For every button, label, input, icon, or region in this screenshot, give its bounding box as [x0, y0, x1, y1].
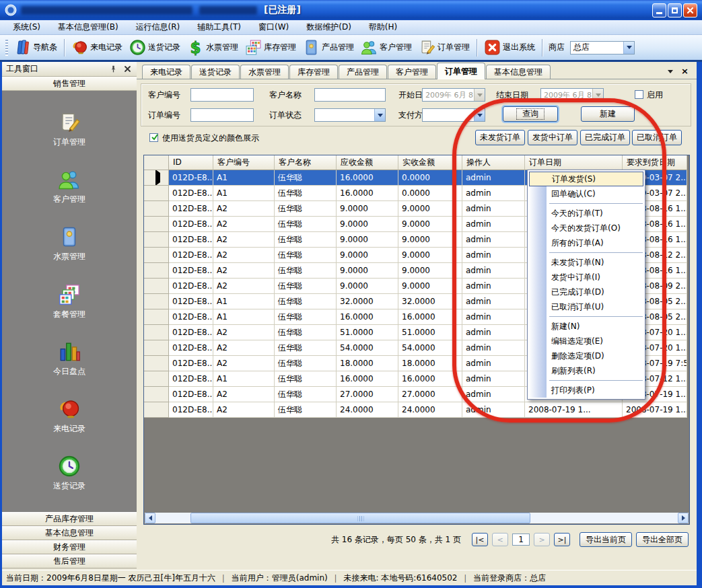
filter-button-已完成订单[interactable]: 已完成订单: [580, 130, 630, 145]
context-menu-item-已取消订单(U)[interactable]: 已取消订单(U): [529, 299, 643, 314]
menu-item[interactable]: 辅助工具(T): [188, 20, 250, 34]
sidebar-item-订单管理[interactable]: 订单管理: [53, 111, 85, 148]
sidebar-item-水票管理[interactable]: 水票管理: [53, 225, 85, 262]
chevron-down-icon[interactable]: [668, 70, 673, 73]
scroll-right-button[interactable]: [678, 513, 689, 523]
sidebar-item-客户管理[interactable]: 客户管理: [53, 168, 85, 205]
column-header-订单日期[interactable]: 订单日期: [525, 155, 623, 170]
column-header-ID[interactable]: ID: [169, 155, 213, 170]
sidebar-section-财务管理[interactable]: 财务管理: [2, 540, 137, 554]
menu-item[interactable]: 基本信息管理(B): [49, 20, 127, 34]
tab-水票管理[interactable]: 水票管理: [240, 65, 289, 79]
context-menu-item-打印列表(P)[interactable]: 打印列表(P): [529, 383, 643, 398]
pay-method-select[interactable]: [422, 108, 485, 122]
sidebar-item-套餐管理[interactable]: 套餐管理: [53, 283, 85, 320]
filter-button-未发货订单[interactable]: 未发货订单: [475, 130, 525, 145]
row-selector[interactable]: [144, 387, 169, 402]
column-header-操作人[interactable]: 操作人: [462, 155, 525, 170]
sidebar-item-来电记录[interactable]: 来电记录: [53, 398, 85, 435]
prev-page-button[interactable]: <: [492, 533, 508, 546]
context-menu-item-所有的订单(A)[interactable]: 所有的订单(A): [529, 235, 643, 250]
row-selector[interactable]: [144, 371, 169, 387]
tab-来电记录[interactable]: 来电记录: [142, 65, 190, 79]
row-selector[interactable]: [144, 325, 169, 340]
scroll-left-button[interactable]: [145, 513, 155, 523]
toolbar-button-7[interactable]: 客户管理: [357, 38, 415, 57]
menu-item[interactable]: 运行信息(R): [127, 20, 189, 34]
toolbar-button-1[interactable]: 导航条: [11, 38, 61, 57]
menu-item[interactable]: 帮助(H): [360, 20, 406, 34]
toolbar-button-8[interactable]: 订单管理: [415, 38, 473, 57]
tab-基本信息管理[interactable]: 基本信息管理: [486, 65, 551, 79]
context-menu-item-订单发货(S)[interactable]: 订单发货(S): [529, 172, 643, 186]
scroll-thumb[interactable]: [190, 513, 530, 523]
minimize-button[interactable]: [652, 3, 666, 17]
menu-item[interactable]: 窗口(W): [250, 20, 297, 34]
export-all-button[interactable]: 导出全部页: [636, 532, 689, 547]
close-icon[interactable]: [122, 64, 133, 74]
order-status-select[interactable]: [314, 108, 386, 122]
start-date-picker[interactable]: 2009年 6月 8日: [422, 88, 485, 102]
end-date-picker[interactable]: 2009年 6月 8日: [540, 88, 604, 102]
column-header-客户编号[interactable]: 客户编号: [213, 155, 275, 170]
tab-客户管理[interactable]: 客户管理: [388, 65, 436, 79]
sidebar-section-产品库存管理[interactable]: 产品库存管理: [2, 512, 137, 526]
column-header-实收金额[interactable]: 实收金额: [398, 155, 462, 170]
toolbar-button-2[interactable]: 来电记录: [68, 38, 126, 57]
first-page-button[interactable]: |<: [472, 533, 488, 546]
column-header-应收金额[interactable]: 应收金额: [337, 155, 398, 170]
column-header-要求到货日期[interactable]: 要求到货日期: [623, 155, 687, 170]
toolbar-button-6[interactable]: 产品管理: [300, 38, 357, 57]
customer-name-input[interactable]: [314, 88, 386, 102]
tab-产品管理[interactable]: 产品管理: [339, 65, 387, 79]
context-menu-item-编辑选定项(E)[interactable]: 编辑选定项(E): [529, 334, 643, 348]
context-menu-item-今天的发货订单(O)[interactable]: 今天的发货订单(O): [529, 221, 643, 235]
tab-订单管理[interactable]: 订单管理: [437, 63, 485, 79]
tab-送货记录[interactable]: 送货记录: [191, 65, 240, 79]
context-menu-item-已完成订单(D)[interactable]: 已完成订单(D): [529, 285, 643, 299]
row-selector[interactable]: [144, 294, 169, 309]
sidebar-section-sales[interactable]: 销售管理: [2, 77, 137, 91]
h-scrollbar[interactable]: [145, 513, 689, 523]
toolbar-button-4[interactable]: $水票管理: [184, 38, 242, 57]
export-current-button[interactable]: 导出当前页: [580, 532, 632, 547]
next-page-button[interactable]: >: [534, 533, 550, 546]
row-selector[interactable]: [144, 201, 169, 217]
row-selector[interactable]: [144, 356, 169, 371]
context-menu-item-发货中订单(I)[interactable]: 发货中订单(I): [529, 270, 643, 285]
row-selector[interactable]: [144, 248, 169, 263]
row-selector[interactable]: [144, 263, 169, 279]
maximize-button[interactable]: [668, 3, 682, 17]
enable-checkbox[interactable]: [635, 90, 643, 99]
context-menu-item-删除选定项(D)[interactable]: 删除选定项(D): [529, 348, 643, 363]
row-selector[interactable]: [144, 186, 169, 201]
menu-item[interactable]: 系统(S): [4, 20, 49, 34]
row-selector[interactable]: [144, 170, 169, 186]
row-selector[interactable]: [144, 217, 169, 232]
shop-select[interactable]: 总店: [570, 41, 635, 54]
row-selector[interactable]: [144, 340, 169, 356]
row-selector[interactable]: [144, 309, 169, 325]
filter-button-发货中订单[interactable]: 发货中订单: [528, 130, 577, 145]
sidebar-item-今日盘点[interactable]: 今日盘点: [53, 340, 85, 377]
pin-icon[interactable]: [108, 64, 118, 74]
last-page-button[interactable]: >|: [554, 533, 570, 546]
order-no-input[interactable]: [190, 108, 254, 122]
query-button[interactable]: 查询: [503, 106, 558, 122]
new-button[interactable]: 新建: [581, 106, 635, 122]
column-header-客户名称[interactable]: 客户名称: [275, 155, 337, 170]
customer-no-input[interactable]: [190, 88, 254, 102]
close-tab-icon[interactable]: ×: [681, 68, 689, 75]
sidebar-item-送货记录[interactable]: 送货记录: [53, 455, 85, 492]
tab-库存管理[interactable]: 库存管理: [289, 65, 338, 79]
menu-item[interactable]: 数据维护(D): [297, 20, 360, 34]
page-input[interactable]: [512, 534, 530, 546]
context-menu-item-回单确认(C)[interactable]: 回单确认(C): [529, 186, 643, 201]
context-menu-item-未发货订单(N)[interactable]: 未发货订单(N): [529, 255, 643, 270]
color-checkbox[interactable]: [149, 133, 158, 142]
context-menu-item-今天的订单(T)[interactable]: 今天的订单(T): [529, 206, 643, 221]
sidebar-section-基本信息管理[interactable]: 基本信息管理: [2, 526, 137, 540]
row-selector[interactable]: [144, 232, 169, 248]
row-selector[interactable]: [144, 402, 169, 418]
toolbar-button-9[interactable]: 退出系统: [481, 38, 538, 57]
